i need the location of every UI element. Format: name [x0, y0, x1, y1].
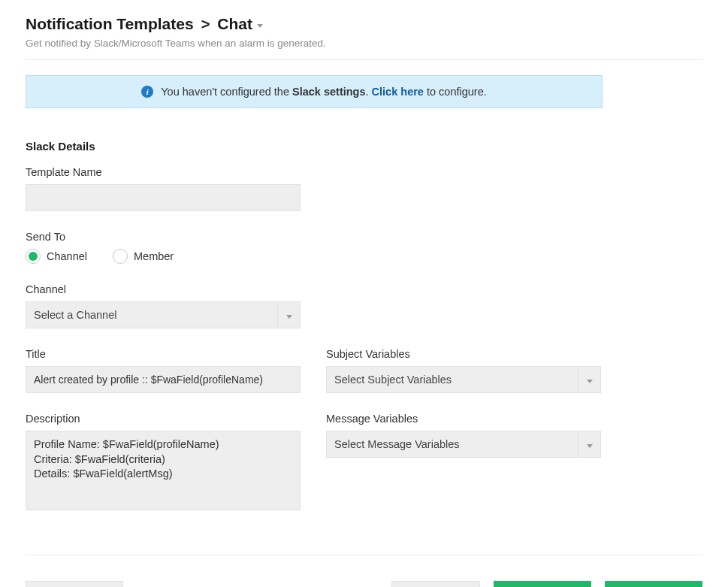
description-label: Description: [26, 413, 301, 425]
banner-period: .: [366, 86, 372, 98]
section-title: Slack Details: [26, 140, 702, 153]
page-subtitle: Get notified by Slack/Microsoft Teams wh…: [26, 38, 702, 49]
message-variables-field: Message Variables Select Message Variabl…: [326, 413, 601, 458]
send-to-member-radio[interactable]: Member: [113, 249, 174, 264]
test-action-button[interactable]: Test Action: [494, 581, 591, 587]
header-divider: [26, 59, 702, 60]
message-variables-select-text: Select Message Variables: [327, 431, 578, 457]
description-field: Description: [26, 413, 301, 513]
send-to-label: Send To: [26, 231, 702, 243]
chevron-down-icon: [286, 315, 292, 319]
subject-variables-label: Subject Variables: [326, 348, 601, 360]
title-field: Title: [26, 348, 301, 393]
message-variables-select-arrow: [578, 431, 600, 457]
back-button[interactable]: Back: [26, 581, 123, 587]
send-to-channel-label: Channel: [47, 250, 87, 262]
subject-variables-select[interactable]: Select Subject Variables: [326, 366, 601, 393]
template-name-field: Template Name: [26, 166, 702, 211]
subject-variables-select-arrow: [578, 367, 600, 392]
radio-unselected-icon: [113, 249, 128, 264]
cancel-button[interactable]: Cancel: [391, 581, 480, 587]
banner-suffix: to configure.: [424, 86, 487, 98]
banner-prefix: You haven't configured the: [161, 86, 292, 98]
breadcrumb: Notification Templates > Chat: [26, 15, 702, 33]
template-name-label: Template Name: [26, 166, 702, 178]
channel-select-arrow: [277, 302, 300, 328]
template-name-input[interactable]: [26, 184, 301, 211]
banner-link[interactable]: Click here: [372, 86, 424, 98]
send-to-field: Send To Channel Member: [26, 231, 702, 264]
subject-variables-select-text: Select Subject Variables: [327, 367, 578, 392]
footer-divider: [26, 555, 702, 555]
breadcrumb-root[interactable]: Notification Templates: [26, 15, 194, 33]
chevron-down-icon: [587, 444, 593, 448]
channel-label: Channel: [26, 283, 702, 295]
title-input[interactable]: [26, 366, 301, 393]
chevron-down-icon: [587, 380, 593, 383]
message-variables-label: Message Variables: [326, 413, 601, 425]
radio-selected-icon: [26, 249, 41, 264]
chevron-down-icon: [257, 24, 263, 28]
subject-variables-field: Subject Variables Select Subject Variabl…: [326, 348, 601, 393]
message-variables-select[interactable]: Select Message Variables: [326, 431, 601, 458]
description-textarea[interactable]: [26, 431, 301, 510]
channel-select-text: Select a Channel: [26, 302, 277, 328]
banner-bold: Slack settings: [292, 86, 366, 98]
breadcrumb-separator: >: [201, 16, 210, 33]
breadcrumb-current[interactable]: Chat: [217, 15, 263, 33]
save-button[interactable]: Save: [605, 581, 702, 587]
title-label: Title: [26, 348, 301, 360]
send-to-channel-radio[interactable]: Channel: [26, 249, 87, 264]
footer-buttons: Back Cancel Test Action Save: [26, 581, 702, 587]
config-warning-banner: i You haven't configured the Slack setti…: [26, 75, 603, 108]
info-icon: i: [141, 86, 153, 98]
channel-select[interactable]: Select a Channel: [26, 301, 301, 328]
channel-field: Channel Select a Channel: [26, 283, 702, 328]
breadcrumb-current-label: Chat: [217, 15, 252, 33]
send-to-member-label: Member: [134, 250, 174, 262]
banner-text: You haven't configured the Slack setting…: [161, 86, 487, 98]
